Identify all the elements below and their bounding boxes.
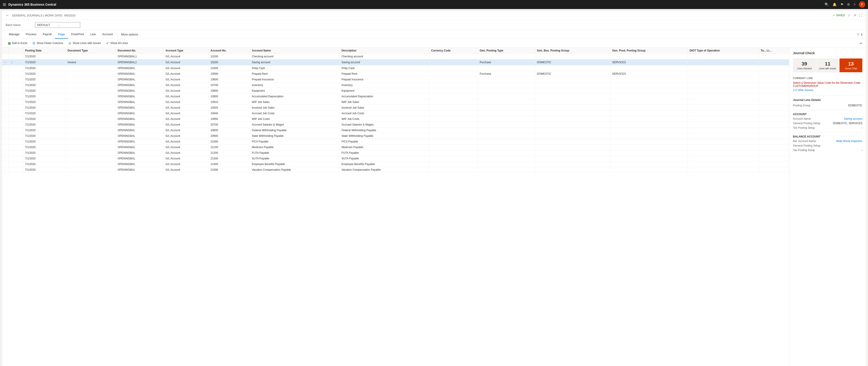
bookmark-icon[interactable]: ☆ — [848, 13, 850, 18]
show-fewer-columns-button[interactable]: ⊟ Show Fewer Columns — [30, 40, 65, 46]
header-actions: ✓ SAVED ☆ ↗ ⛶ — [833, 13, 862, 18]
col-diot[interactable]: DIOT Type of Operation — [688, 47, 758, 54]
col-description[interactable]: Description — [340, 47, 429, 54]
open-new-icon[interactable]: ↗ — [853, 13, 856, 18]
back-button[interactable]: ← — [6, 13, 9, 18]
description: Prepaid Insurance — [340, 77, 429, 82]
details-title: Journal Line Details — [793, 98, 862, 102]
app-grid-icon[interactable]: ⊞ — [3, 2, 6, 7]
table-row[interactable]: 7/1/2020OPENINGBALG/L Account10940Accrue… — [2, 111, 789, 116]
doc-no: OPENINGBAL — [116, 77, 164, 82]
table-row[interactable]: 7/1/2020OPENINGBALG/L Account21100Medica… — [2, 144, 789, 150]
doc-type — [66, 77, 116, 82]
col-gen-prod-group[interactable]: Gen. Prod. Posting Group — [610, 47, 688, 54]
table-row[interactable]: 7/1/2020OPENINGBALG/L Account10700Invent… — [2, 82, 789, 88]
col-ta-li[interactable]: Ta... Li... — [759, 47, 789, 54]
table-row[interactable]: 7/1/2020OPENINGBALG/L Account10600Prepai… — [2, 77, 789, 82]
settings-icon[interactable]: ⚙ — [847, 2, 850, 6]
posting-date: 7/1/2020 — [23, 116, 66, 122]
table-row[interactable]: 7/1/2020OPENINGBALG/L Account10800Equipm… — [2, 88, 789, 94]
show-all-lines-button[interactable]: ✔ Show All Lines — [104, 40, 130, 46]
bal-account-name-value[interactable]: Wide World Importers — [836, 139, 862, 143]
col-gen-posting-type[interactable]: Gen. Posting Type — [478, 47, 535, 54]
col-doc-no[interactable]: Document No. — [116, 47, 164, 54]
table-row[interactable]: 7/1/2020OPENINGBALG/L Account21400Employ… — [2, 161, 789, 167]
col-currency[interactable]: Currency Code — [429, 47, 478, 54]
table-row[interactable]: 7/1/2020OPENINGBALG/L Account10900Accumu… — [2, 94, 789, 99]
col-posting-date[interactable]: Posting Date — [23, 47, 66, 54]
acct-no: 10800 — [209, 88, 250, 94]
more-issues-link[interactable]: (+2 other issues) — [793, 89, 862, 92]
detail-bal-tax-posting: Tax Posting Setup – — [793, 148, 862, 152]
top-nav-bar: ⊞ Dynamics 365 Business Central 🔍 🔔 ⚑ ⚙ … — [0, 0, 868, 9]
more-options-button[interactable]: More options — [118, 31, 141, 38]
personalize-icon[interactable]: ⇌ — [860, 41, 862, 45]
help-icon[interactable]: ? — [854, 3, 855, 6]
tab-manage[interactable]: Manage — [6, 30, 23, 39]
search-icon[interactable]: 🔍 — [825, 2, 829, 6]
gen-prod-group — [610, 150, 688, 156]
table-row[interactable]: 7/1/2020OPENINGBALG/L Account10920Invoic… — [2, 105, 789, 111]
tab-account[interactable]: Account — [99, 30, 116, 39]
stat-lines-issues[interactable]: 11 Lines with issues — [816, 59, 839, 72]
posting-date: 7/1/2020 — [23, 139, 66, 144]
description: FICA Payable — [340, 139, 429, 144]
filter-icon[interactable]: ▽ — [857, 33, 860, 36]
table-row[interactable]: 7/1/2020OPENINGBALG/L Account10300Petty … — [2, 65, 789, 71]
row-indicator — [2, 105, 8, 111]
edit-in-excel-button[interactable]: ▦ Edit in Excel — [6, 40, 29, 46]
table-row[interactable]: 7/1/2020OPENINGBAL1G/L Account10100Check… — [2, 54, 789, 59]
diot — [688, 71, 758, 77]
stat-issues-total[interactable]: 13 Issues Total — [839, 59, 862, 72]
stat-lines-checked[interactable]: 39 Lines checked — [793, 59, 816, 72]
col-gen-bus-group[interactable]: Gen. Bus. Posting Group — [535, 47, 610, 54]
account-name-value[interactable]: Saving account — [844, 117, 862, 120]
tab-payroll[interactable]: Payroll — [39, 30, 55, 39]
gen-prod-group — [610, 156, 688, 161]
col-acct-name[interactable]: Account Name — [250, 47, 340, 54]
notifications-icon[interactable]: 🔔 — [833, 2, 837, 6]
info-icon[interactable]: ℹ — [861, 33, 862, 36]
table-row[interactable]: →⋮7/1/2020InvoiceOPENINGBAL2G/L Account1… — [2, 59, 789, 65]
col-acct-type[interactable]: Account Type — [164, 47, 209, 54]
tab-process[interactable]: Process — [23, 30, 39, 39]
currency — [429, 105, 478, 111]
expand-icon[interactable]: ⛶ — [859, 13, 862, 18]
table-row[interactable]: 7/1/2020OPENINGBALG/L Account20900State … — [2, 133, 789, 139]
tab-postprint[interactable]: Post/Print — [68, 30, 87, 39]
gen-posting-type: Purchase — [478, 71, 535, 77]
show-all-lines-label: Show All Lines — [110, 41, 128, 45]
main-area: Posting Date Document Type Document No. … — [2, 47, 866, 366]
col-acct-no[interactable]: Account No. — [209, 47, 250, 54]
detail-bal-account-name: Bal. Account Name Wide World Importers — [793, 139, 862, 143]
acct-no: 10100 — [209, 54, 250, 59]
table-row[interactable]: 7/1/2020OPENINGBALG/L Account20800Federa… — [2, 128, 789, 133]
batch-ellipsis-button[interactable]: ... — [58, 24, 78, 27]
doc-type — [66, 133, 116, 139]
table-row[interactable]: 7/1/2020OPENINGBALG/L Account20700Accrue… — [2, 122, 789, 128]
table-row[interactable]: 7/1/2020OPENINGBALG/L Account10910WIP Jo… — [2, 99, 789, 105]
acct-no: 20700 — [209, 122, 250, 128]
gen-bus-group — [535, 128, 610, 133]
flag-icon[interactable]: ⚑ — [840, 2, 843, 6]
currency — [429, 88, 478, 94]
error-message: Select a Dimension Value Code for the Di… — [793, 81, 862, 88]
batch-input[interactable]: DEFAULT ... — [35, 22, 80, 28]
doc-type — [66, 167, 116, 173]
gen-prod-group — [610, 144, 688, 150]
table-row[interactable]: 7/1/2020OPENINGBALG/L Account21000FICA P… — [2, 139, 789, 144]
show-lines-issues-button[interactable]: ◎ Show Lines with Issues — [66, 40, 103, 46]
table-row[interactable]: 7/1/2020OPENINGBALG/L Account10500Prepai… — [2, 71, 789, 77]
table-row[interactable]: 7/1/2020OPENINGBALG/L Account21500Vacati… — [2, 167, 789, 173]
tab-page[interactable]: Page — [55, 30, 68, 39]
table-row[interactable]: 7/1/2020OPENINGBALG/L Account21300SUTA P… — [2, 156, 789, 161]
acct-name: WIP Job Sales — [250, 99, 340, 105]
avatar[interactable]: F — [859, 1, 865, 8]
col-doc-type[interactable]: Document Type — [66, 47, 116, 54]
tab-line[interactable]: Line — [87, 30, 99, 39]
doc-type — [66, 65, 116, 71]
row-menu — [8, 105, 23, 111]
table-row[interactable]: 7/1/2020OPENINGBALG/L Account10950WIP Jo… — [2, 116, 789, 122]
table-row[interactable]: 7/1/2020OPENINGBALG/L Account21200FUTA P… — [2, 150, 789, 156]
acct-type: G/L Account — [164, 94, 209, 99]
